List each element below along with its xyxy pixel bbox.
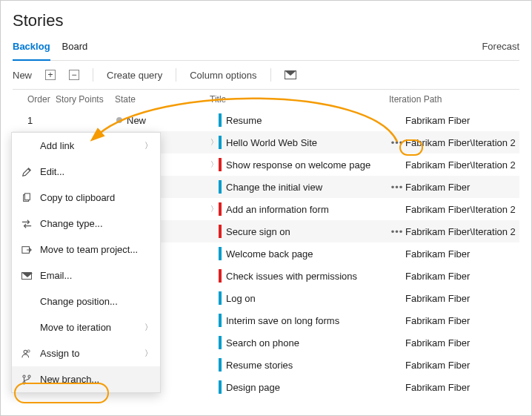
title-text: Interim save on long forms [226, 315, 339, 326]
copy-icon [21, 193, 33, 203]
create-query-button[interactable]: Create query [107, 70, 162, 81]
chevron-right-icon: 〉 [144, 140, 153, 151]
cell-title[interactable]: Design page [204, 380, 389, 394]
cell-title[interactable]: Resume stories [204, 358, 389, 372]
menu-change-type[interactable]: Change type... [12, 211, 160, 237]
menu-assign-to[interactable]: Assign to 〉 [12, 340, 160, 366]
menu-label: New branch... [40, 374, 153, 385]
menu-label: Change type... [40, 218, 153, 229]
menu-add-link[interactable]: Add link 〉 [12, 133, 160, 159]
new-button[interactable]: New [13, 70, 32, 81]
collapse-button[interactable]: − [69, 70, 79, 80]
title-text: Hello World Web Site [226, 137, 317, 148]
chevron-right-icon: 〉 [144, 348, 153, 359]
tab-backlog[interactable]: Backlog [13, 38, 50, 61]
col-title[interactable]: Title [204, 94, 389, 105]
row-more-button[interactable]: ••• [389, 182, 405, 193]
cell-iteration: Fabrikam Fiber [405, 271, 519, 282]
menu-label: Move to iteration [40, 322, 137, 333]
cell-iteration: Fabrikam Fiber [405, 293, 519, 304]
title-text: Show response on welcome page [226, 159, 370, 171]
workitem-color-bar [219, 225, 222, 238]
chevron-right-icon[interactable]: 〉 [210, 204, 219, 214]
workitem-color-bar [219, 180, 222, 194]
menu-move-team[interactable]: Move to team project... [12, 237, 160, 263]
workitem-color-bar [219, 336, 222, 349]
plus-icon: + [45, 70, 56, 80]
workitem-color-bar [219, 291, 222, 305]
menu-copy[interactable]: Copy to clipboard [12, 185, 160, 211]
mail-icon [21, 272, 33, 280]
menu-label: Move to team project... [40, 244, 153, 255]
menu-email[interactable]: Email... [12, 263, 160, 288]
tab-board[interactable]: Board [62, 38, 88, 60]
title-text: Check issues with permissions [226, 271, 357, 282]
menu-label: Copy to clipboard [40, 192, 153, 203]
title-text: Welcome back page [226, 248, 313, 260]
workitem-color-bar [219, 380, 222, 394]
workitem-color-bar [219, 136, 222, 149]
mail-icon [285, 70, 296, 79]
email-button[interactable] [285, 70, 296, 79]
cell-title[interactable]: Resume [204, 113, 389, 127]
cell-iteration: Fabrikam Fiber\Iteration 2 [405, 204, 519, 215]
cell-order: 1 [13, 115, 56, 126]
svg-rect-1 [24, 193, 30, 199]
separator [270, 68, 271, 82]
menu-label: Assign to [40, 348, 137, 359]
cell-title[interactable]: Secure sign on [204, 225, 389, 238]
row-more-button[interactable]: ••• [389, 137, 405, 148]
row-more-button[interactable]: ••• [389, 226, 405, 237]
col-state[interactable]: State [115, 94, 204, 105]
workitem-color-bar [219, 314, 222, 327]
col-iteration[interactable]: Iteration Path [389, 94, 519, 105]
table-row[interactable]: 1NewResumeFabrikam Fiber [13, 109, 519, 131]
title-text: Secure sign on [226, 226, 290, 237]
chevron-right-icon[interactable]: 〉 [210, 137, 219, 148]
menu-label: Add link [40, 140, 137, 151]
cell-iteration: Fabrikam Fiber\Iteration 2 [405, 159, 519, 171]
col-story-points[interactable]: Story Points [56, 94, 115, 105]
cell-title[interactable]: Check issues with permissions [204, 269, 389, 283]
cell-title[interactable]: Change the initial view [204, 180, 389, 194]
svg-point-3 [24, 350, 27, 353]
cell-title[interactable]: 〉Show response on welcome page [204, 158, 389, 171]
cell-iteration: Fabrikam Fiber [405, 337, 519, 349]
context-menu: Add link 〉 Edit... Copy to clipboard Cha… [11, 132, 161, 393]
cell-title[interactable]: Interim save on long forms [204, 314, 389, 327]
workitem-color-bar [219, 158, 222, 171]
workitem-color-bar [219, 358, 222, 372]
cell-title[interactable]: Search on phone [204, 336, 389, 349]
pencil-icon [21, 167, 33, 177]
swap-icon [21, 219, 33, 228]
cell-title[interactable]: Log on [204, 291, 389, 305]
state-text: New [127, 115, 146, 126]
svg-point-6 [28, 375, 30, 377]
cell-title[interactable]: 〉Add an information form [204, 202, 389, 216]
new-button-label: New [13, 70, 32, 81]
title-text: Design page [226, 382, 280, 393]
title-text: Log on [226, 293, 256, 304]
cell-iteration: Fabrikam Fiber [405, 315, 519, 326]
title-text: Resume [226, 115, 262, 126]
cell-title[interactable]: Welcome back page [204, 247, 389, 260]
forecast-toggle[interactable]: Forecast [482, 38, 519, 60]
move-icon [21, 245, 33, 255]
menu-label: Edit... [40, 166, 153, 177]
cell-iteration: Fabrikam Fiber [405, 182, 519, 193]
menu-change-position[interactable]: Change position... [12, 288, 160, 314]
column-options-button[interactable]: Column options [190, 70, 256, 81]
menu-new-branch[interactable]: New branch... [12, 366, 160, 392]
expand-button[interactable]: + [45, 70, 56, 80]
col-order[interactable]: Order [13, 94, 56, 105]
workitem-color-bar [219, 247, 222, 260]
cell-iteration: Fabrikam Fiber [405, 248, 519, 260]
cell-iteration: Fabrikam Fiber [405, 382, 519, 393]
menu-move-iteration[interactable]: Move to iteration 〉 [12, 314, 160, 340]
chevron-right-icon[interactable]: 〉 [210, 159, 219, 170]
menu-edit[interactable]: Edit... [12, 159, 160, 185]
workitem-color-bar [219, 202, 222, 216]
cell-title[interactable]: 〉Hello World Web Site [204, 136, 389, 149]
svg-point-5 [23, 375, 25, 377]
title-text: Change the initial view [226, 182, 322, 193]
